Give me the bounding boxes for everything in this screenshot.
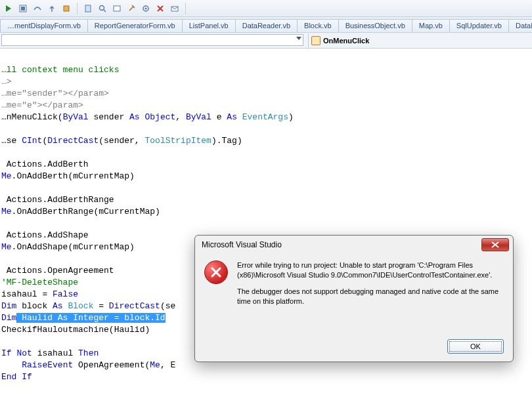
tab-sqlupdater[interactable]: SqlUpdater.vb bbox=[449, 19, 509, 32]
tab-listpanel[interactable]: ListPanel.vb bbox=[182, 19, 236, 32]
mail-icon[interactable] bbox=[169, 3, 181, 14]
tab-reportgeneratorform[interactable]: ReportGeneratorForm.vb bbox=[87, 19, 183, 32]
search-icon[interactable] bbox=[97, 3, 108, 14]
member-navbar: OnMenuClick bbox=[0, 33, 532, 49]
play-icon[interactable] bbox=[3, 3, 14, 14]
scope-dropdown[interactable] bbox=[1, 34, 303, 46]
toolbar bbox=[0, 0, 532, 17]
svg-rect-4 bbox=[85, 5, 91, 12]
lightning-icon bbox=[311, 36, 321, 45]
member-name: OnMenuClick bbox=[323, 37, 369, 45]
bookmark-icon[interactable] bbox=[82, 3, 94, 14]
toolbar-sep bbox=[77, 3, 78, 14]
svg-line-6 bbox=[104, 10, 106, 12]
tab-datareader[interactable]: DataReader.vb bbox=[235, 19, 298, 32]
dialog-title: Microsoft Visual Studio bbox=[202, 240, 282, 249]
tab-businessobject[interactable]: BusinessObject.vb bbox=[338, 19, 412, 32]
tools-icon[interactable] bbox=[125, 3, 137, 14]
svg-rect-3 bbox=[64, 6, 69, 11]
tab-map[interactable]: Map.vb bbox=[412, 19, 450, 32]
close-icon[interactable] bbox=[481, 238, 509, 251]
svg-point-9 bbox=[145, 7, 147, 9]
step-icon[interactable] bbox=[17, 3, 29, 14]
dialog-titlebar[interactable]: Microsoft Visual Studio bbox=[195, 236, 513, 254]
return-icon[interactable] bbox=[60, 3, 72, 14]
ok-button[interactable]: OK bbox=[447, 339, 504, 354]
svg-rect-7 bbox=[114, 6, 120, 11]
settings-icon[interactable] bbox=[140, 3, 152, 14]
clear-icon[interactable] bbox=[154, 3, 166, 14]
svg-marker-0 bbox=[6, 5, 11, 12]
error-dialog: Microsoft Visual Studio Error while tryi… bbox=[194, 235, 514, 362]
tab-mentdisplayform[interactable]: …mentDisplayForm.vb bbox=[0, 19, 88, 32]
tab-block[interactable]: Block.vb bbox=[297, 19, 339, 32]
toolbar-sep bbox=[185, 3, 186, 14]
find-icon[interactable] bbox=[111, 3, 123, 14]
step-out-icon[interactable] bbox=[46, 3, 58, 14]
step-over-icon[interactable] bbox=[32, 3, 43, 14]
svg-point-5 bbox=[100, 5, 104, 10]
member-dropdown[interactable]: OnMenuClick bbox=[309, 36, 532, 45]
document-tabs: …mentDisplayForm.vbReportGeneratorForm.v… bbox=[0, 17, 532, 33]
error-icon bbox=[204, 260, 228, 284]
dialog-message: Error while trying to run project: Unabl… bbox=[237, 260, 504, 313]
tab-dataparamet[interactable]: DataParamet… bbox=[508, 19, 532, 32]
svg-rect-2 bbox=[21, 7, 25, 10]
